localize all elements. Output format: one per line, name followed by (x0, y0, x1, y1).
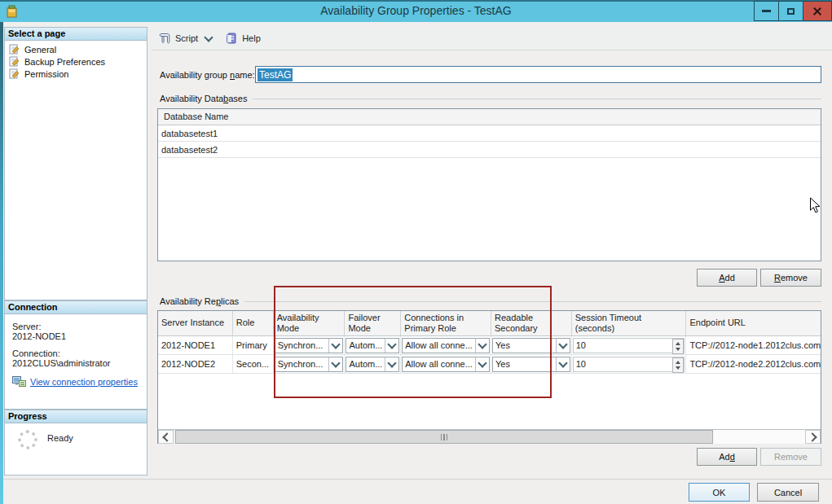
cancel-button[interactable]: Cancel (757, 483, 819, 502)
col-server-instance[interactable]: Server Instance (158, 311, 233, 335)
ok-button[interactable]: OK (689, 483, 750, 502)
group-name-selected-text: TestAG (258, 68, 293, 81)
role-cell: Primary (233, 336, 274, 354)
endpoint-url-cell[interactable]: TCP://2012-node2.2012clus.com (686, 355, 821, 373)
close-icon (812, 7, 822, 16)
close-button[interactable] (803, 1, 832, 21)
maximize-icon (787, 8, 795, 15)
select-a-page-header: Select a page (5, 28, 147, 41)
red-annotation-rectangle (274, 286, 552, 398)
replicas-add-button[interactable]: Add (697, 448, 757, 466)
window-left-frame (0, 22, 3, 504)
replicas-section-label: Availability Replicas (160, 296, 239, 306)
group-name-input[interactable]: TestAG (255, 66, 821, 83)
view-connection-properties-link[interactable]: View connection properties (30, 377, 138, 387)
role-cell: Secon... (233, 355, 274, 373)
chevron-down-icon[interactable] (556, 357, 570, 371)
select-a-page-panel: Select a page General Backup Preferences… (4, 27, 147, 300)
databases-column-header[interactable]: Database Name (158, 109, 821, 125)
spinner-arrows-icon[interactable] (672, 357, 684, 373)
connection-header: Connection (5, 301, 147, 314)
window-title: Availability Group Properties - TestAG (0, 4, 832, 17)
connection-label: Connection: (12, 348, 147, 358)
database-row[interactable]: databasetest2 (158, 142, 821, 158)
maximize-button[interactable] (778, 1, 803, 21)
server-instance-cell: 2012-NODE2 (158, 355, 233, 373)
page-icon (9, 68, 20, 79)
replicas-remove-button[interactable]: Remove (760, 448, 821, 466)
scroll-left-button[interactable] (158, 430, 174, 444)
endpoint-url-cell[interactable]: TCP://2012-node1.2012clus.com (686, 336, 821, 354)
progress-status: Ready (47, 433, 73, 443)
group-name-label: Availability group name: (160, 70, 255, 80)
sidebar-item-general[interactable]: General (5, 43, 147, 55)
col-session-timeout[interactable]: Session Timeout (seconds) (572, 311, 687, 335)
server-instance-cell: 2012-NODE1 (158, 336, 233, 354)
scroll-right-button[interactable] (805, 430, 821, 444)
script-icon (157, 32, 171, 45)
help-icon (225, 32, 238, 45)
progress-panel: Progress Ready (4, 410, 147, 476)
mouse-cursor (809, 197, 821, 217)
database-row[interactable]: databasetest1 (158, 125, 821, 142)
help-button[interactable]: Help (242, 33, 261, 43)
horizontal-scrollbar[interactable] (158, 429, 821, 444)
chevron-left-icon (162, 432, 171, 441)
databases-group-line (253, 99, 821, 99)
databases-table: Database Name databasetest1 databasetest… (157, 108, 821, 261)
page-icon (9, 44, 20, 55)
progress-spinner-icon (18, 430, 37, 449)
col-role[interactable]: Role (233, 311, 274, 335)
minimize-icon (762, 10, 771, 12)
server-value: 2012-NODE1 (12, 331, 147, 341)
connection-properties-icon (12, 375, 26, 388)
connection-panel: Connection Server: 2012-NODE1 Connection… (4, 300, 147, 410)
scrollbar-thumb[interactable] (175, 430, 713, 444)
col-endpoint-url[interactable]: Endpoint URL (686, 311, 821, 335)
databases-add-button[interactable]: Add (697, 269, 757, 287)
page-icon (9, 56, 20, 67)
sidebar-item-permission[interactable]: Permission (5, 68, 147, 80)
script-button[interactable]: Script (175, 33, 198, 43)
bottom-separator (3, 479, 832, 480)
progress-header: Progress (5, 410, 147, 423)
chevron-down-icon[interactable] (556, 339, 570, 353)
spinner-arrows-icon[interactable] (672, 339, 684, 354)
connection-value: 2012CLUS\administrator (12, 358, 147, 368)
session-timeout-spinner[interactable]: 10 (573, 338, 685, 353)
chevron-right-icon (808, 432, 817, 441)
databases-section-label: Availability Databases (160, 94, 247, 103)
sidebar-item-backup-preferences[interactable]: Backup Preferences (5, 55, 147, 68)
session-timeout-spinner[interactable]: 10 (573, 357, 685, 372)
server-label: Server: (12, 322, 147, 331)
availability-group-properties-dialog: Availability Group Properties - TestAG S… (0, 0, 832, 504)
databases-remove-button[interactable]: Remove (760, 269, 821, 287)
minimize-button[interactable] (754, 1, 779, 21)
script-dropdown-icon[interactable] (204, 33, 213, 42)
dialog-toolbar: Script Help (152, 27, 832, 50)
